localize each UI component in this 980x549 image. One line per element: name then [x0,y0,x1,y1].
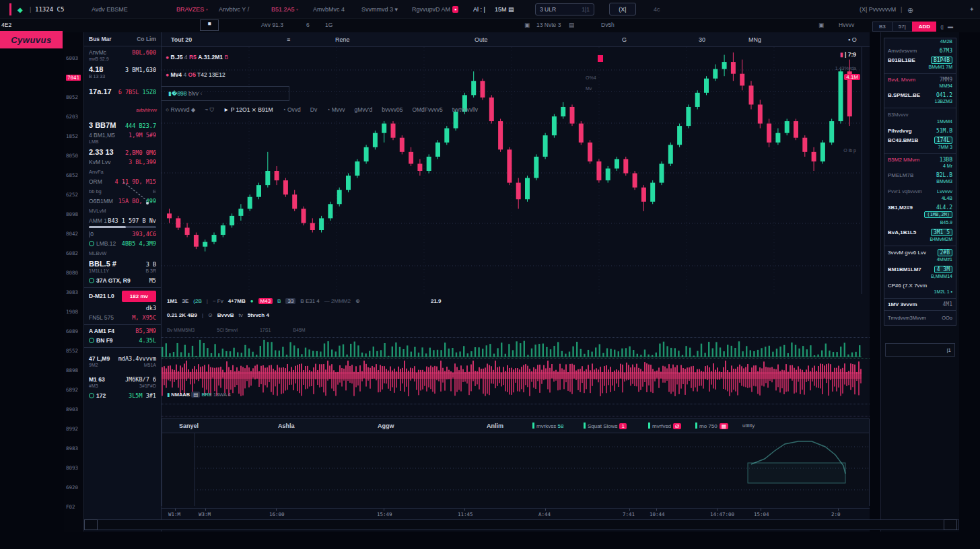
menubar-item[interactable]: Al : | [473,6,485,13]
detail-row[interactable]: Pihvdvvg51M.B [884,125,956,134]
toolbar-item[interactable]: 1G [325,22,332,28]
sidebar-extra-icon[interactable]: ▬ [948,24,953,30]
list-item[interactable]: FN5L 575M, X95C [84,312,161,321]
time-tick-label[interactable]: 11:45 [458,511,473,517]
ladder-price[interactable]: 6920 [66,484,78,490]
toolbar-tool[interactable]: ○ Rvvvvd ◆ [166,106,195,113]
ladder-price[interactable]: 6252 [66,192,78,198]
ladder-price[interactable]: 8080 [66,270,78,276]
time-axis[interactable]: W1:MW3:M16:0015:4911:45A:447:4110:4414:4… [162,508,870,519]
ladder-price[interactable]: 8983 [66,445,78,451]
ladder-price[interactable]: 1852 [66,133,78,139]
menubar-item[interactable]: RgvvupvD AM▪ [412,6,458,13]
list-item[interactable]: BN F94.35L [84,334,161,344]
ladder-price[interactable]: 8992 [66,426,78,432]
ladder-price[interactable]: 8042 [66,231,78,237]
menubar-item[interactable]: 15M ▤ [495,6,514,13]
detail-row[interactable]: B5M2 MMvm13BB [884,154,956,163]
toolbar-tool[interactable]: ◔ Mvvv [326,106,345,113]
toolbar-item[interactable]: 6 [306,22,310,28]
ir2-f[interactable]: 5tvvch 4 [248,312,269,318]
toolbar-item[interactable]: Dv5h [601,22,615,28]
buy-button[interactable]: 182 mv [122,291,156,302]
detail-row[interactable]: BvA,1B1L53M1 5 [884,226,956,236]
time-tick-label[interactable]: W1:M [168,511,180,517]
account-menu[interactable]: (X| PvvvvvvM [860,6,896,13]
time-tick-label[interactable]: 14:47:00 [710,511,734,517]
toolbar-tool[interactable]: gMvv'd [355,106,373,113]
ohlc-b[interactable]: 3E [182,298,189,304]
list-item[interactable]: 47 L,M9mdA3.4vvvvm [84,353,161,362]
detail-row[interactable]: CP#6 (7.X 7vvm [884,280,956,289]
legend-item[interactable]: Squat Slows1 [584,423,627,429]
indicator-chip[interactable]: B45M [293,328,305,332]
menubar-item[interactable]: Avdv EBSME [92,6,128,13]
symbol-name[interactable]: B.J5 [171,54,183,61]
indicator-chip[interactable]: 17S1 [260,328,271,332]
bottom-column-header[interactable]: Sanyel [179,423,199,429]
detail-row[interactable]: 3vvvM gvv6 Lvv2#B [884,246,956,256]
toolbar-item[interactable]: 13 Nvte 3 [536,22,561,28]
detail-row[interactable]: Amvdvsvvm67M3 [884,45,956,54]
time-tick-label[interactable]: 2:0 [831,511,841,517]
menubar-item[interactable]: BRAVZES ◦ [176,6,208,13]
menubar-item[interactable]: Anvbtvc Y / [219,6,249,13]
app-logo-icon[interactable]: ◆ [18,6,23,13]
detail-row[interactable]: B01BL1BEB1P4B [884,54,956,64]
tool-button[interactable]: ■ [200,20,219,31]
ladder-price[interactable]: 8552 [66,348,78,354]
detail-row[interactable]: BM1BM1LM74 3M [884,263,956,273]
sidebar-tab-add[interactable]: ADD [912,22,936,32]
chart-tab[interactable]: MNg [748,36,761,43]
ladder-price[interactable]: 8098 [66,211,78,217]
ladder-price[interactable]: 6852 [66,172,78,178]
symbol-name[interactable]: Mv4 [171,71,182,78]
toolbar-tool[interactable]: bvvvv05 [382,106,403,113]
time-tick-label[interactable]: 10:44 [650,511,665,517]
toolbar-tool[interactable]: ◔ Ovvd [282,106,300,113]
time-tick-label[interactable]: A:44 [538,511,551,517]
legend-item[interactable]: utility [742,423,755,429]
shortcut-box[interactable]: (X| [609,3,636,15]
price-axis-strip[interactable] [862,47,870,294]
alert-marker[interactable] [598,55,603,62]
toolbar-tool[interactable]: tvvtvvvvllv [452,106,478,113]
star-icon[interactable]: ✦ [969,6,975,13]
ladder-price[interactable]: 8052 [66,94,78,100]
list-item[interactable]: BBL.5 #3 B [84,257,161,268]
chart-tab[interactable]: 30 [699,36,705,43]
list-item[interactable]: 4 BM1,M51,9M 5#9 [84,129,161,139]
toolbar-tool[interactable]: ~ ⛉ [205,106,214,113]
detail-row[interactable]: B.SPM2L.BEO41.2 [884,89,956,98]
brand-logo[interactable]: Cywuvus [0,31,63,48]
time-tick-label[interactable]: W3:M [199,511,211,517]
list-item[interactable]: AMM 1B43 1 597 B Nv [84,215,161,224]
toolbar-item[interactable]: Avv 91.3 [261,22,283,28]
chart-tab[interactable]: Oute [475,36,488,43]
list-item[interactable]: 2.33 132,BM0 0M6 [84,145,161,156]
ladder-price[interactable]: 8050 [66,153,78,159]
list-item[interactable]: dk3 [84,302,161,312]
list-item[interactable]: 17a.176 7B5L 15Z8 [84,85,161,96]
toolbar-item[interactable]: ▣ [818,22,824,28]
detail-row[interactable]: BC43.BM1B174L [884,134,956,144]
status-right-box[interactable] [944,519,957,530]
ladder-price[interactable]: 6203 [66,114,78,120]
bottom-column-header[interactable]: Anlim [487,423,503,429]
time-tick-label[interactable]: 15:04 [754,511,769,517]
chart-tab[interactable]: Rene [335,36,350,43]
ladder-price[interactable]: 8093 [66,465,78,471]
chart-tab[interactable]: Tout 20 [171,36,192,43]
menubar-item[interactable]: B51.2A5 ◦ [271,6,298,13]
indicator-chip[interactable]: Bv MMM5M3 [167,328,195,332]
watchlist-header-right[interactable]: Co Lim [137,36,156,42]
chart-tab[interactable]: ≡ [287,36,290,43]
ir2-d[interactable]: BvvvB [217,312,234,318]
footer-value[interactable]: OOo [942,315,952,321]
price-ladder[interactable]: 6003704180526203185280506852625280988042… [64,32,84,532]
detail-row[interactable]: 3B1,M2#94L4.2 [884,202,956,211]
chart-tab[interactable]: G [622,36,627,43]
toolbar-item[interactable]: ▣ [524,22,530,28]
sidebar-tab-b3[interactable]: B3 [872,22,892,32]
osc-name[interactable]: NMAAB [171,392,190,398]
